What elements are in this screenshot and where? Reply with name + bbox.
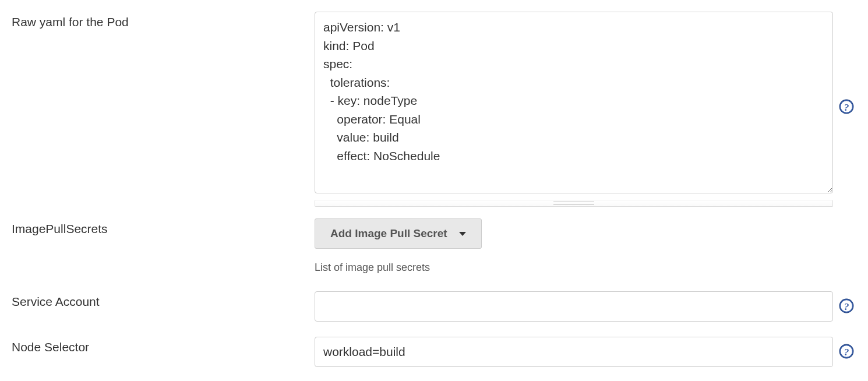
image-pull-secrets-control: Add Image Pull Secret List of image pull… xyxy=(315,218,856,274)
raw-yaml-inner xyxy=(315,12,833,207)
image-pull-secrets-inner: Add Image Pull Secret List of image pull… xyxy=(315,218,833,274)
service-account-row: Service Account ? xyxy=(12,291,856,322)
image-pull-secrets-help-text: List of image pull secrets xyxy=(315,262,833,274)
raw-yaml-label: Raw yaml for the Pod xyxy=(12,12,315,29)
node-selector-control: ? xyxy=(315,337,856,367)
resize-handle[interactable] xyxy=(315,200,833,207)
chevron-down-icon xyxy=(459,232,466,236)
raw-yaml-row: Raw yaml for the Pod ? xyxy=(12,12,856,207)
service-account-control: ? xyxy=(315,291,856,322)
image-pull-secrets-row: ImagePullSecrets Add Image Pull Secret L… xyxy=(12,218,856,274)
node-selector-label: Node Selector xyxy=(12,337,315,354)
node-selector-inner xyxy=(315,337,833,367)
service-account-inner xyxy=(315,291,833,322)
raw-yaml-control: ? xyxy=(315,12,856,207)
help-icon[interactable]: ? xyxy=(839,344,854,359)
add-image-pull-secret-button[interactable]: Add Image Pull Secret xyxy=(315,218,482,249)
node-selector-row: Node Selector ? xyxy=(12,337,856,367)
node-selector-input[interactable] xyxy=(315,337,833,367)
svg-text:?: ? xyxy=(844,301,849,312)
help-icon[interactable]: ? xyxy=(839,99,854,114)
svg-text:?: ? xyxy=(844,102,849,113)
service-account-input[interactable] xyxy=(315,291,833,322)
svg-text:?: ? xyxy=(844,347,849,358)
add-image-pull-secret-label: Add Image Pull Secret xyxy=(330,227,447,240)
image-pull-secrets-label: ImagePullSecrets xyxy=(12,218,315,236)
raw-yaml-textarea[interactable] xyxy=(315,12,833,193)
service-account-label: Service Account xyxy=(12,291,315,309)
help-icon[interactable]: ? xyxy=(839,298,854,313)
